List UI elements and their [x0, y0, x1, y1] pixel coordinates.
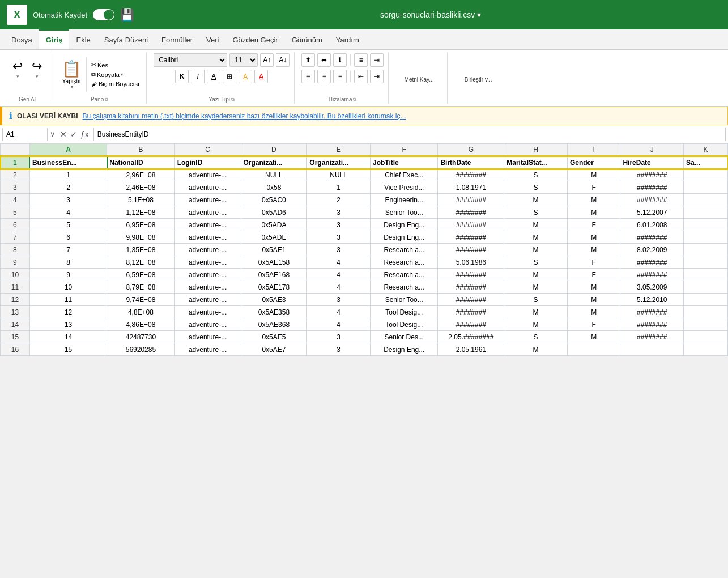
cell-F11[interactable]: Research a...	[371, 281, 438, 294]
cell-G10[interactable]: ########	[438, 269, 504, 281]
cell-A4[interactable]: 3	[29, 194, 107, 206]
cell-A1[interactable]: BusinessEn...	[29, 156, 107, 169]
cell-B3[interactable]: 2,46E+08	[107, 181, 174, 194]
cell-B2[interactable]: 2,96E+08	[107, 169, 174, 181]
cell-A14[interactable]: 13	[29, 318, 107, 331]
cell-E3[interactable]: 1	[307, 181, 371, 194]
col-header-C[interactable]: C	[174, 144, 241, 156]
undo-button[interactable]: ↩ ▾	[9, 58, 26, 82]
fill-color-button[interactable]: A̲	[239, 70, 252, 83]
tab-formuller[interactable]: Formüller	[155, 29, 199, 49]
cell-D13[interactable]: 0x5AE358	[241, 306, 307, 318]
cell-I14[interactable]: F	[567, 318, 620, 331]
cell-J7[interactable]: ########	[620, 231, 684, 244]
cell-I13[interactable]: M	[567, 306, 620, 318]
cell-F15[interactable]: Senior Des...	[371, 331, 438, 343]
cell-C8[interactable]: adventure-...	[174, 244, 241, 256]
cell-C3[interactable]: adventure-...	[174, 181, 241, 194]
cell-J6[interactable]: 6.01.2008	[620, 219, 684, 231]
cell-B10[interactable]: 6,59E+08	[107, 269, 174, 281]
cell-C1[interactable]: LoginID	[174, 156, 241, 169]
cell-G6[interactable]: ########	[438, 219, 504, 231]
cell-H15[interactable]: S	[504, 331, 568, 343]
cell-B5[interactable]: 1,12E+08	[107, 206, 174, 219]
hizalama-expand-icon[interactable]: ⧉	[353, 97, 356, 103]
warning-link[interactable]: Bu çalışma kitabını metin (.txt) biçimde…	[83, 112, 406, 120]
cell-J16[interactable]	[620, 343, 684, 356]
cell-A3[interactable]: 2	[29, 181, 107, 194]
cell-F16[interactable]: Design Eng...	[371, 343, 438, 356]
cell-I16[interactable]	[567, 343, 620, 356]
cell-C14[interactable]: adventure-...	[174, 318, 241, 331]
cell-E7[interactable]: 3	[307, 231, 371, 244]
cell-J5[interactable]: 5.12.2007	[620, 206, 684, 219]
cell-C11[interactable]: adventure-...	[174, 281, 241, 294]
cell-A15[interactable]: 14	[29, 331, 107, 343]
cell-I15[interactable]: M	[567, 331, 620, 343]
col-header-A[interactable]: A	[29, 144, 107, 156]
cell-K2[interactable]	[684, 169, 728, 181]
cell-J15[interactable]: ########	[620, 331, 684, 343]
cell-K3[interactable]	[684, 181, 728, 194]
cell-I2[interactable]: M	[567, 169, 620, 181]
cell-D2[interactable]: NULL	[241, 169, 307, 181]
cell-E11[interactable]: 4	[307, 281, 371, 294]
cell-H1[interactable]: MaritalStat...	[504, 156, 568, 169]
cell-B12[interactable]: 9,74E+08	[107, 294, 174, 306]
cell-I3[interactable]: F	[567, 181, 620, 194]
cell-J14[interactable]: ########	[620, 318, 684, 331]
cell-F10[interactable]: Research a...	[371, 269, 438, 281]
cell-H12[interactable]: S	[504, 294, 568, 306]
cell-C5[interactable]: adventure-...	[174, 206, 241, 219]
cell-E13[interactable]: 4	[307, 306, 371, 318]
align-left-button[interactable]: ≡	[301, 70, 315, 83]
cell-B13[interactable]: 4,8E+08	[107, 306, 174, 318]
cell-K14[interactable]	[684, 318, 728, 331]
cell-B14[interactable]: 4,86E+08	[107, 318, 174, 331]
kopyala-button[interactable]: ⧉ Kopyala ▾	[89, 70, 142, 79]
cell-F1[interactable]: JobTitle	[371, 156, 438, 169]
cell-E5[interactable]: 3	[307, 206, 371, 219]
cell-G12[interactable]: ########	[438, 294, 504, 306]
cell-H3[interactable]: S	[504, 181, 568, 194]
cell-F8[interactable]: Research a...	[371, 244, 438, 256]
tab-yardim[interactable]: Yardım	[329, 29, 366, 49]
font-increase-button[interactable]: A↑	[260, 53, 274, 67]
align-right-button[interactable]: ≡	[333, 70, 347, 83]
cell-D7[interactable]: 0x5ADE	[241, 231, 307, 244]
cell-C9[interactable]: adventure-...	[174, 256, 241, 269]
align-top-button[interactable]: ⬆	[301, 53, 315, 67]
cell-K10[interactable]	[684, 269, 728, 281]
tab-gozden-gecir[interactable]: Gözden Geçir	[225, 29, 284, 49]
cell-J13[interactable]: ########	[620, 306, 684, 318]
cell-J8[interactable]: 8.02.2009	[620, 244, 684, 256]
cell-B4[interactable]: 5,1E+08	[107, 194, 174, 206]
indent-button[interactable]: ⇥	[370, 53, 384, 67]
save-icon[interactable]: 💾	[120, 8, 134, 22]
cancel-formula-icon[interactable]: ✕	[60, 130, 67, 139]
col-header-I[interactable]: I	[567, 144, 620, 156]
cell-K7[interactable]	[684, 231, 728, 244]
cell-J11[interactable]: 3.05.2009	[620, 281, 684, 294]
cell-K8[interactable]	[684, 244, 728, 256]
cell-B11[interactable]: 8,79E+08	[107, 281, 174, 294]
cell-H5[interactable]: S	[504, 206, 568, 219]
cell-F12[interactable]: Senior Too...	[371, 294, 438, 306]
cell-D5[interactable]: 0x5AD6	[241, 206, 307, 219]
cell-J9[interactable]: ########	[620, 256, 684, 269]
tab-ekle[interactable]: Ekle	[69, 29, 97, 49]
cell-ref-expand-icon[interactable]: ∨	[50, 130, 56, 138]
font-size-select[interactable]: 11	[229, 53, 258, 67]
tab-veri[interactable]: Veri	[199, 29, 225, 49]
cell-G3[interactable]: 1.08.1971	[438, 181, 504, 194]
cell-E6[interactable]: 3	[307, 219, 371, 231]
cell-A8[interactable]: 7	[29, 244, 107, 256]
cell-E14[interactable]: 4	[307, 318, 371, 331]
cell-J4[interactable]: ########	[620, 194, 684, 206]
cell-G1[interactable]: BirthDate	[438, 156, 504, 169]
cell-F13[interactable]: Tool Desig...	[371, 306, 438, 318]
col-header-B[interactable]: B	[107, 144, 174, 156]
cell-G8[interactable]: ########	[438, 244, 504, 256]
col-header-E[interactable]: E	[307, 144, 371, 156]
cell-C12[interactable]: adventure-...	[174, 294, 241, 306]
